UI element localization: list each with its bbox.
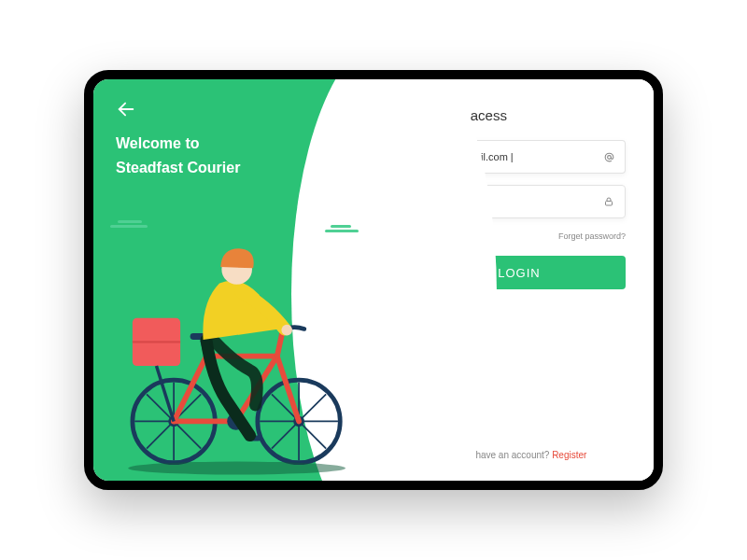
courier-illustration [93, 220, 385, 482]
screen: Welcome to Steadfast Courier [93, 79, 654, 481]
svg-line-10 [147, 421, 174, 448]
back-arrow-icon[interactable] [116, 98, 138, 120]
welcome-text-line1: Welcome to [116, 132, 362, 156]
svg-line-20 [272, 421, 299, 448]
register-link[interactable]: Register [552, 450, 586, 460]
svg-point-39 [607, 155, 611, 159]
lock-icon [602, 195, 615, 208]
svg-line-8 [174, 421, 201, 448]
svg-line-19 [299, 394, 326, 421]
forgot-password-link[interactable]: Forget password? [558, 231, 626, 241]
at-icon [602, 150, 615, 163]
svg-line-18 [299, 421, 326, 448]
tablet-frame: Welcome to Steadfast Courier [84, 70, 663, 490]
svg-rect-40 [606, 202, 613, 206]
welcome-panel: Welcome to Steadfast Courier [93, 79, 385, 481]
svg-line-27 [277, 330, 283, 356]
svg-point-36 [281, 324, 292, 335]
welcome-text-line2: Steadfast Courier [116, 160, 362, 176]
svg-point-38 [128, 461, 345, 474]
